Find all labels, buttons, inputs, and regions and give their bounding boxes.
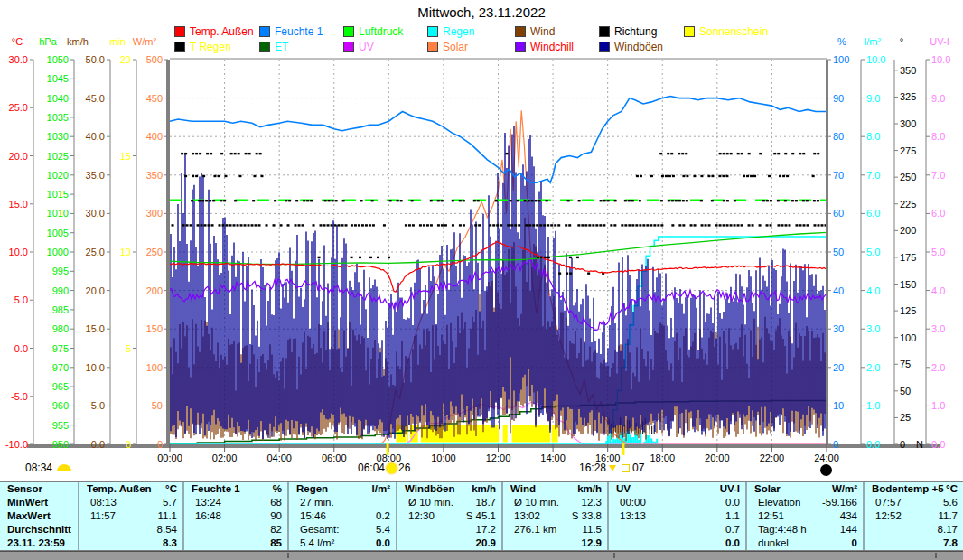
svg-text:10.0: 10.0 — [9, 247, 28, 257]
table-row-label: MinWert — [0, 496, 78, 509]
svg-text:5.0: 5.0 — [91, 400, 105, 411]
sunrise-extra: 26 — [398, 462, 410, 474]
table-column-header: Temp. Außen°C — [79, 482, 182, 496]
svg-text:1015: 1015 — [47, 189, 69, 200]
svg-text:1045: 1045 — [47, 73, 69, 84]
svg-text:6.0: 6.0 — [866, 208, 880, 219]
axis-min: 05101520min — [109, 36, 136, 450]
table-cell-row: 17.2 — [397, 523, 501, 537]
svg-text:30: 30 — [833, 323, 844, 334]
svg-text:5: 5 — [126, 343, 131, 354]
svg-text:70: 70 — [833, 170, 844, 181]
table-column-header: Bodentemp +5°C — [865, 482, 963, 496]
table-cell-row: 12:51434 — [747, 509, 863, 523]
svg-text:12:00: 12:00 — [486, 453, 511, 463]
svg-text:300: 300 — [900, 118, 916, 129]
svg-text:100: 100 — [146, 362, 163, 373]
axis-unit-temp: °C — [12, 36, 23, 47]
svg-text:9.0: 9.0 — [931, 93, 945, 104]
svg-text:20.0: 20.0 — [86, 285, 105, 296]
svg-text:9.0: 9.0 — [866, 93, 880, 104]
table-column-header: UVUV-I — [609, 482, 745, 496]
svg-text:1010: 1010 — [47, 208, 69, 219]
half-sun-icon — [57, 464, 71, 471]
svg-text:7.0: 7.0 — [866, 170, 880, 181]
splitter-notch — [287, 553, 289, 558]
table-cell-row: 00:000.0 — [609, 496, 745, 509]
table-row-label: MaxWert — [0, 509, 78, 523]
svg-text:975: 975 — [52, 343, 69, 354]
table-column-uv: UVUV-I00:000.013:131.10.70.0 — [607, 482, 745, 550]
table-cell-row: dunkel0 — [747, 537, 863, 550]
svg-text:10.0: 10.0 — [931, 54, 950, 65]
svg-text:1.0: 1.0 — [866, 400, 880, 411]
svg-text:80: 80 — [833, 131, 844, 142]
table-cell-row: 12.9 — [503, 537, 607, 550]
table-column-sensor: SensorMinWertMaxWertDurchschnitt23.11. 2… — [0, 482, 78, 550]
table-cell-row: Ø 10 min.18.7 — [397, 496, 501, 509]
svg-text:10.0: 10.0 — [86, 362, 105, 373]
table-column-feuchte-1: Feuchte 1%13:246816:48908285 — [182, 482, 287, 550]
svg-text:995: 995 — [52, 266, 69, 276]
sunset-annotation: 16:28 07 — [579, 462, 644, 474]
table-column-header: Regenl/m² — [289, 482, 396, 496]
svg-text:1000: 1000 — [47, 247, 69, 257]
svg-text:970: 970 — [52, 362, 69, 373]
svg-text:50: 50 — [900, 386, 911, 397]
svg-text:15.0: 15.0 — [9, 199, 28, 210]
table-cell-row: 08:135.7 — [79, 496, 182, 509]
table-cell-row: 16:4890 — [184, 509, 287, 523]
table-cell-row: 8.3 — [79, 537, 182, 550]
svg-text:1030: 1030 — [47, 131, 69, 142]
svg-text:500: 500 — [146, 54, 163, 65]
table-cell-row: 0.0 — [609, 537, 745, 550]
svg-text:50.0: 50.0 — [86, 54, 105, 65]
svg-text:20: 20 — [833, 362, 844, 373]
svg-text:4.0: 4.0 — [931, 285, 945, 296]
axis-unit-kmh: km/h — [67, 36, 89, 47]
table-cell-row: 0.7 — [609, 523, 745, 537]
table-cell-row: 13:02S 33.8 — [503, 509, 607, 523]
svg-text:400: 400 — [146, 131, 163, 142]
svg-text:1005: 1005 — [47, 228, 69, 238]
svg-text:20: 20 — [120, 54, 131, 65]
svg-text:20:00: 20:00 — [705, 453, 730, 463]
table-cell-row: 13:131.1 — [609, 509, 745, 523]
table-cell-row: 11:5711.1 — [79, 509, 182, 523]
moonset-extra: 07 — [632, 462, 644, 474]
table-column-header: Feuchte 1% — [184, 482, 287, 496]
splitter-notch — [613, 553, 615, 558]
svg-text:1020: 1020 — [47, 170, 69, 181]
svg-text:0.0: 0.0 — [866, 439, 880, 450]
svg-text:1040: 1040 — [47, 93, 69, 104]
svg-text:4.0: 4.0 — [866, 285, 880, 296]
svg-text:985: 985 — [52, 304, 69, 315]
axis-unit-deg: ° — [900, 36, 903, 47]
table-cell-row: 07:575.6 — [865, 496, 963, 509]
svg-text:14:00: 14:00 — [540, 453, 566, 463]
svg-text:1.0: 1.0 — [931, 400, 945, 411]
svg-text:450: 450 — [146, 93, 163, 104]
moonset-square-icon — [622, 464, 630, 472]
axis-unit-hpa: hPa — [39, 36, 57, 47]
svg-text:6.0: 6.0 — [931, 208, 945, 219]
svg-text:200: 200 — [146, 285, 163, 296]
svg-text:7.0: 7.0 — [931, 170, 945, 181]
svg-text:5.0: 5.0 — [931, 247, 945, 257]
table-cell-row: 8.17 — [865, 523, 963, 537]
svg-text:150: 150 — [146, 323, 163, 334]
table-cell-row: 27 min. — [289, 496, 396, 509]
series-gusts — [171, 126, 825, 439]
sun-icon — [387, 463, 397, 473]
series-sunshine — [397, 425, 558, 442]
svg-text:0.0: 0.0 — [14, 343, 28, 354]
svg-text:35.0: 35.0 — [86, 170, 105, 181]
axis-unit-min: min — [109, 36, 126, 47]
svg-text:0: 0 — [833, 439, 838, 450]
axis-uvi: 0.01.02.03.04.05.06.07.08.09.010.0UV-I — [926, 36, 950, 450]
svg-text:18:00: 18:00 — [650, 453, 675, 463]
svg-text:50: 50 — [833, 247, 844, 257]
statistics-table: SensorMinWertMaxWertDurchschnitt23.11. 2… — [0, 481, 963, 551]
table-cell-row: 276.1 km11.5 — [503, 523, 607, 537]
svg-text:980: 980 — [52, 323, 69, 334]
